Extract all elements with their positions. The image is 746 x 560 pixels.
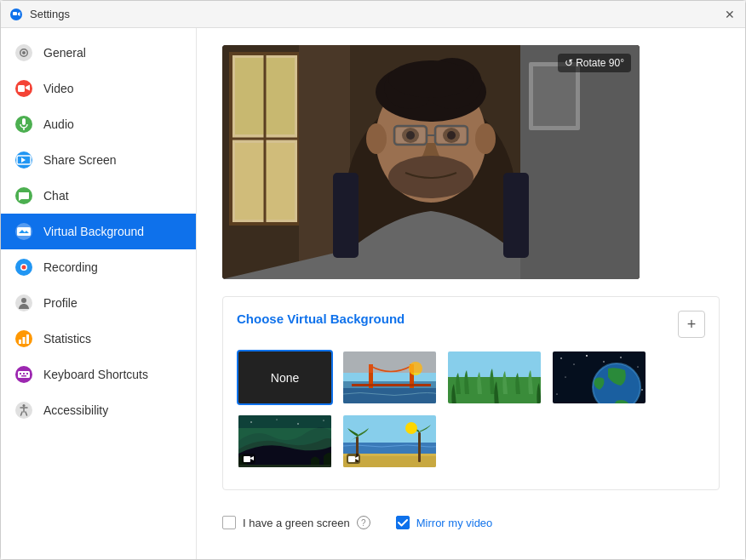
svg-rect-92 [244, 456, 250, 462]
background-none[interactable]: None [237, 350, 333, 405]
background-aurora[interactable] [237, 414, 333, 469]
settings-window: Settings ✕ General Video [0, 0, 746, 560]
titlebar: Settings ✕ [1, 1, 745, 28]
svg-rect-71 [448, 351, 542, 377]
checkmark-icon [397, 517, 409, 529]
section-title-highlight: Virtual Background [287, 311, 405, 326]
svg-point-87 [250, 421, 251, 422]
sidebar-label-share-screen: Share Screen [43, 153, 117, 167]
svg-point-3 [22, 51, 26, 54]
svg-rect-25 [20, 373, 21, 374]
close-button[interactable]: ✕ [723, 8, 737, 21]
sidebar-item-virtual-background[interactable]: Virtual Background [1, 214, 196, 249]
none-label: None [271, 371, 299, 385]
green-screen-label: I have a green screen [243, 517, 350, 529]
webcam-preview: ↺ Rotate 90° [222, 45, 640, 279]
add-icon: + [687, 317, 697, 332]
svg-rect-60 [533, 66, 576, 126]
sidebar-item-chat[interactable]: Chat [1, 178, 196, 214]
add-background-button[interactable]: + [678, 311, 705, 338]
svg-point-90 [323, 420, 324, 420]
svg-point-79 [637, 366, 638, 367]
svg-point-80 [565, 377, 566, 378]
svg-point-77 [603, 361, 604, 362]
svg-rect-62 [503, 173, 529, 258]
sidebar-item-statistics[interactable]: Statistics [1, 321, 196, 357]
keyboard-shortcuts-icon [14, 365, 33, 384]
svg-rect-68 [343, 388, 438, 405]
sidebar-item-accessibility[interactable]: Accessibility [1, 392, 196, 428]
video-icon [14, 79, 33, 98]
sidebar-label-virtual-background: Virtual Background [43, 225, 144, 238]
svg-point-75 [573, 363, 574, 364]
svg-rect-7 [22, 118, 26, 125]
backgrounds-grid: None [237, 350, 705, 469]
svg-point-89 [297, 423, 298, 424]
chat-icon [14, 186, 33, 205]
svg-rect-91 [238, 465, 333, 469]
background-grass[interactable] [446, 350, 542, 405]
rotate-button[interactable]: ↺ Rotate 90° [558, 54, 631, 72]
audio-icon [14, 115, 33, 134]
svg-point-83 [641, 389, 643, 391]
svg-rect-1 [13, 12, 17, 15]
section-title-prefix: Choose [237, 311, 287, 326]
mirror-video-checkbox[interactable] [396, 516, 410, 529]
sidebar-label-keyboard-shortcuts: Keyboard Shortcuts [43, 368, 148, 381]
green-screen-help-icon[interactable]: ? [357, 516, 370, 529]
video-badge-beach [347, 454, 360, 464]
svg-rect-28 [21, 375, 26, 377]
background-beach[interactable] [341, 414, 438, 469]
share-screen-icon [14, 151, 33, 169]
svg-rect-21 [23, 337, 26, 344]
sidebar-item-recording[interactable]: Recording [1, 249, 196, 285]
svg-rect-61 [333, 173, 359, 258]
svg-point-46 [366, 123, 387, 154]
sidebar-item-video[interactable]: Video [1, 71, 196, 106]
statistics-icon [14, 329, 33, 348]
virtual-background-icon [14, 222, 33, 241]
sidebar-label-accessibility: Accessibility [43, 403, 108, 417]
svg-point-45 [388, 60, 473, 98]
sidebar-item-profile[interactable]: Profile [1, 285, 196, 321]
space-thumbnail [553, 351, 647, 405]
mirror-video-group: Mirror my video [396, 516, 493, 529]
sidebar-label-video: Video [43, 82, 74, 95]
content-area: General Video Audio Sha [1, 28, 745, 559]
sidebar-item-share-screen[interactable]: Share Screen [1, 142, 196, 178]
background-golden-gate[interactable] [341, 350, 438, 405]
svg-rect-98 [418, 432, 421, 462]
sidebar-item-keyboard-shortcuts[interactable]: Keyboard Shortcuts [1, 357, 196, 392]
general-icon [14, 43, 33, 62]
section-header: Choose Virtual Background + [237, 311, 705, 338]
golden-gate-thumbnail [343, 351, 438, 405]
svg-point-47 [475, 123, 496, 154]
svg-point-82 [556, 393, 557, 394]
svg-rect-100 [348, 456, 355, 462]
svg-rect-5 [18, 85, 25, 92]
sidebar-item-general[interactable]: General [1, 35, 196, 71]
app-icon [9, 8, 23, 21]
svg-point-16 [22, 266, 26, 270]
svg-point-18 [21, 298, 26, 303]
svg-rect-55 [396, 128, 425, 143]
svg-rect-22 [26, 334, 29, 344]
svg-point-30 [23, 404, 26, 407]
recording-icon [14, 258, 33, 277]
svg-point-88 [277, 420, 278, 420]
green-screen-checkbox[interactable] [222, 516, 236, 529]
svg-point-74 [560, 357, 562, 359]
sidebar-item-audio[interactable]: Audio [1, 106, 196, 142]
svg-rect-20 [19, 340, 21, 344]
svg-rect-56 [437, 128, 466, 143]
profile-icon [14, 294, 33, 312]
background-space[interactable] [551, 350, 647, 405]
webcam-image [222, 45, 640, 279]
mirror-video-label: Mirror my video [416, 517, 493, 529]
backgrounds-section: Choose Virtual Background + None [222, 296, 720, 490]
sidebar-label-profile: Profile [43, 296, 77, 310]
section-title: Choose Virtual Background [237, 311, 405, 326]
sidebar-label-audio: Audio [43, 117, 74, 131]
sidebar-label-chat: Chat [43, 189, 69, 203]
svg-rect-70 [343, 351, 438, 373]
